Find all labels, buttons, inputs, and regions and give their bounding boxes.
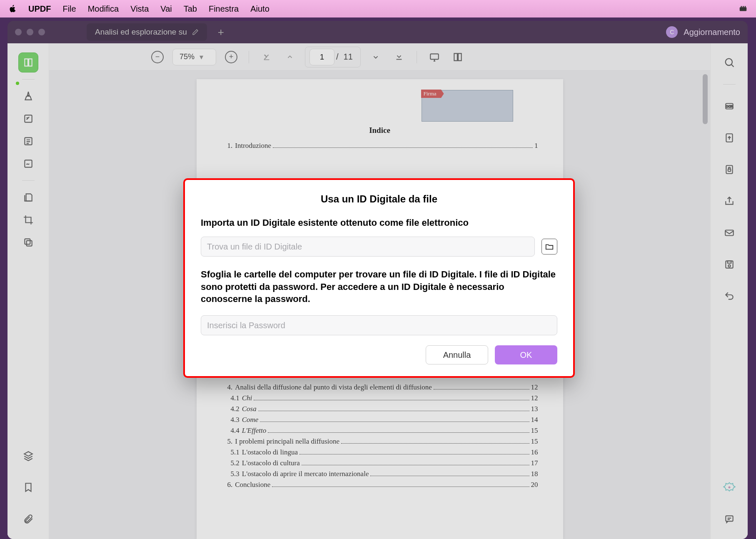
macos-menubar: UPDF File Modifica Vista Vai Tab Finestr… bbox=[0, 0, 756, 17]
digital-id-dialog: Usa un ID Digitale da file Importa un ID… bbox=[183, 178, 575, 378]
menu-vai[interactable]: Vai bbox=[160, 4, 172, 14]
cancel-button[interactable]: Annulla bbox=[426, 345, 488, 364]
digital-id-file-input[interactable] bbox=[201, 237, 535, 257]
svg-rect-3 bbox=[745, 6, 746, 7]
dialog-subtitle: Importa un ID Digitale esistente ottenut… bbox=[201, 217, 557, 228]
menubar-app-name: UPDF bbox=[28, 4, 51, 14]
dialog-body: Sfoglia le cartelle del computer per tro… bbox=[201, 268, 557, 305]
svg-rect-0 bbox=[740, 7, 747, 11]
svg-rect-1 bbox=[741, 6, 742, 7]
menu-aiuto[interactable]: Aiuto bbox=[250, 4, 269, 14]
app-window: Analisi ed esplorazione su + C Aggiornam… bbox=[7, 21, 748, 539]
menu-file[interactable]: File bbox=[62, 4, 76, 14]
menu-finestra[interactable]: Finestra bbox=[209, 4, 239, 14]
apple-logo-icon[interactable] bbox=[8, 5, 17, 13]
password-input[interactable] bbox=[201, 315, 557, 335]
modal-overlay: Usa un ID Digitale da file Importa un ID… bbox=[7, 21, 748, 539]
menu-vista[interactable]: Vista bbox=[130, 4, 149, 14]
browse-folder-button[interactable] bbox=[541, 239, 557, 255]
menubar-extra-icon[interactable] bbox=[739, 4, 748, 13]
svg-rect-2 bbox=[743, 6, 744, 7]
menu-modifica[interactable]: Modifica bbox=[88, 4, 119, 14]
dialog-title: Usa un ID Digitale da file bbox=[201, 193, 557, 205]
menu-tab[interactable]: Tab bbox=[184, 4, 197, 14]
ok-button[interactable]: OK bbox=[495, 345, 557, 364]
